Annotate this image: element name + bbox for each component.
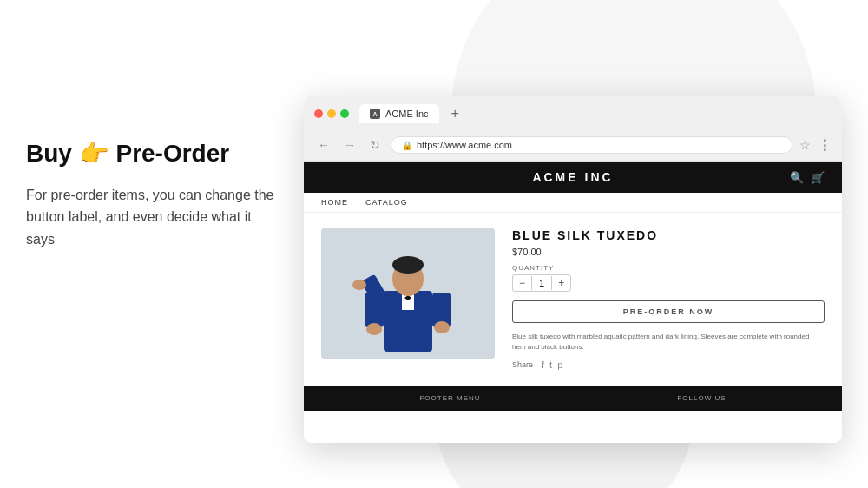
footer-follow-label: FOLLOW US [677,394,726,402]
description-text: For pre-order items, you can change the … [26,184,278,251]
more-options-icon[interactable]: ⋮ [818,137,832,154]
quantity-control: − 1 + [512,274,571,292]
product-area: BLUE SILK TUXEDO $70.00 QUANTITY − 1 + P… [304,213,842,386]
facebook-share-icon[interactable]: f [542,359,544,370]
new-tab-button[interactable]: + [444,102,466,125]
forward-button[interactable]: → [340,136,359,154]
browser-addressbar: ← → ↻ 🔒 https://www.acme.com ☆ ⋮ [314,131,832,161]
headline: Buy 👉 Pre-Order [26,139,278,168]
footer-menu-label: FOOTER MENU [419,394,480,402]
nav-item-catalog[interactable]: CATALOG [365,198,408,207]
svg-point-13 [352,280,366,290]
site-nav: HOME CATALOG [304,193,842,213]
share-row: Share f t p [512,359,825,370]
product-description: Blue silk tuxedo with marbled aquatic pa… [512,332,825,353]
tab-bar: A ACME Inc + [359,102,466,125]
site-header: ACME INC 🔍 🛒 [304,162,842,193]
quantity-decrease-button[interactable]: − [513,275,531,291]
quantity-label: QUANTITY [512,264,825,272]
twitter-share-icon[interactable]: t [549,359,552,370]
pinterest-share-icon[interactable]: p [557,359,562,370]
headline-text1: Buy [26,140,79,167]
headline-emoji: 👉 [79,140,109,167]
tab-favicon: A [370,109,380,119]
browser-titlebar: A ACME Inc + [314,102,832,125]
svg-point-11 [434,321,450,333]
nav-item-home[interactable]: HOME [321,198,348,207]
url-text: https://www.acme.com [417,140,512,150]
headline-text2: Pre-Order [109,140,230,167]
preorder-button[interactable]: PRE-ORDER NOW [512,300,825,323]
website-content: ACME INC 🔍 🛒 HOME CATALOG [304,162,842,443]
site-header-icons: 🔍 🛒 [790,171,825,184]
address-bar[interactable]: 🔒 https://www.acme.com [391,136,792,154]
bookmark-icon[interactable]: ☆ [799,138,811,152]
svg-point-7 [392,256,424,274]
traffic-light-yellow[interactable] [327,109,336,118]
refresh-button[interactable]: ↻ [366,136,384,154]
share-icons: f t p [542,359,562,370]
tab-title: ACME Inc [385,109,429,119]
product-details: BLUE SILK TUXEDO $70.00 QUANTITY − 1 + P… [512,228,825,370]
browser-tab-acme[interactable]: A ACME Inc [359,104,439,123]
site-footer: FOOTER MENU FOLLOW US [304,386,842,411]
traffic-light-green[interactable] [340,109,349,118]
browser-window: A ACME Inc + ← → ↻ 🔒 https://www.acme.co… [304,96,842,443]
product-image [321,228,495,359]
lock-icon: 🔒 [402,141,412,150]
traffic-light-red[interactable] [314,109,323,118]
cart-icon[interactable]: 🛒 [811,171,825,184]
product-price: $70.00 [512,247,825,257]
svg-point-10 [366,323,382,335]
traffic-lights [314,109,349,118]
product-title: BLUE SILK TUXEDO [512,228,825,242]
back-button[interactable]: ← [314,136,333,154]
search-icon[interactable]: 🔍 [790,171,804,184]
site-logo: ACME INC [356,170,790,184]
left-panel: Buy 👉 Pre-Order For pre-order items, you… [26,139,278,250]
browser-chrome: A ACME Inc + ← → ↻ 🔒 https://www.acme.co… [304,96,842,162]
share-label: Share [512,360,533,369]
quantity-value: 1 [531,276,552,290]
quantity-increase-button[interactable]: + [552,275,570,291]
